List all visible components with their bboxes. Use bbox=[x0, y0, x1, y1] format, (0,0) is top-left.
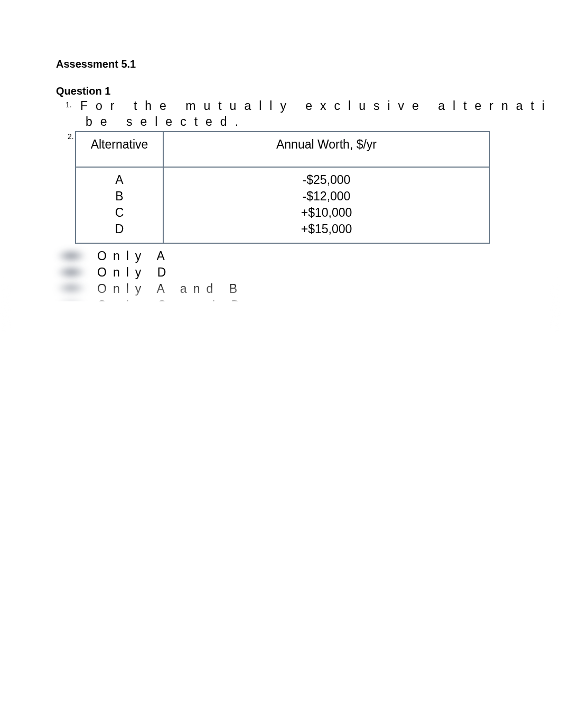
blurred-overlay bbox=[0, 301, 561, 728]
annual-worth-value: -$25,000 bbox=[164, 172, 489, 188]
table-header-row: Alternative Annual Worth, $/yr bbox=[76, 132, 490, 167]
alternative-value: A bbox=[76, 172, 163, 188]
alternatives-table-wrap: Alternative Annual Worth, $/yr A B C D -… bbox=[75, 131, 561, 244]
list-marker-2: 2. bbox=[68, 132, 74, 141]
option-d[interactable]: Only C and D bbox=[72, 298, 561, 312]
alternative-value: D bbox=[76, 221, 163, 237]
header-alternative: Alternative bbox=[76, 132, 163, 167]
option-b[interactable]: Only D bbox=[72, 265, 561, 280]
option-label: Only C and D bbox=[97, 298, 246, 312]
annual-worth-cell: -$25,000 -$12,000 +$10,000 +$15,000 bbox=[163, 167, 490, 243]
table-data-row: A B C D -$25,000 -$12,000 +$10,000 +$15,… bbox=[76, 167, 490, 243]
question-title: Question 1 bbox=[56, 85, 561, 97]
option-a[interactable]: Only A bbox=[72, 249, 561, 263]
annual-worth-value: +$15,000 bbox=[164, 221, 489, 237]
alternative-value: C bbox=[76, 205, 163, 221]
option-label: Only A and B bbox=[97, 282, 244, 296]
option-label: Only D bbox=[97, 265, 172, 280]
question-body: For the mutually exclusive alternati be … bbox=[56, 98, 561, 312]
answer-options: Only A Only D Only A and B Only C and D bbox=[72, 249, 561, 312]
assessment-title: Assessment 5.1 bbox=[56, 58, 561, 70]
radio-icon bbox=[72, 249, 94, 263]
list-item-2: 2. Alternative Annual Worth, $/yr A B C … bbox=[75, 131, 561, 244]
option-label: Only A bbox=[97, 249, 171, 263]
alternative-value: B bbox=[76, 188, 163, 205]
prompt-line-2: be selected. bbox=[80, 114, 561, 130]
alternative-cell: A B C D bbox=[76, 167, 163, 243]
annual-worth-value: +$10,000 bbox=[164, 205, 489, 221]
radio-icon bbox=[72, 282, 94, 296]
radio-icon bbox=[72, 298, 94, 312]
list-item-1: For the mutually exclusive alternati be … bbox=[75, 98, 561, 130]
alternatives-table: Alternative Annual Worth, $/yr A B C D -… bbox=[75, 131, 490, 244]
option-c[interactable]: Only A and B bbox=[72, 282, 561, 296]
annual-worth-value: -$12,000 bbox=[164, 188, 489, 205]
document-page: Assessment 5.1 Question 1 For the mutual… bbox=[0, 0, 561, 312]
prompt-line-1: For the mutually exclusive alternati bbox=[80, 98, 561, 114]
radio-icon bbox=[72, 265, 94, 279]
header-annual-worth: Annual Worth, $/yr bbox=[163, 132, 490, 167]
